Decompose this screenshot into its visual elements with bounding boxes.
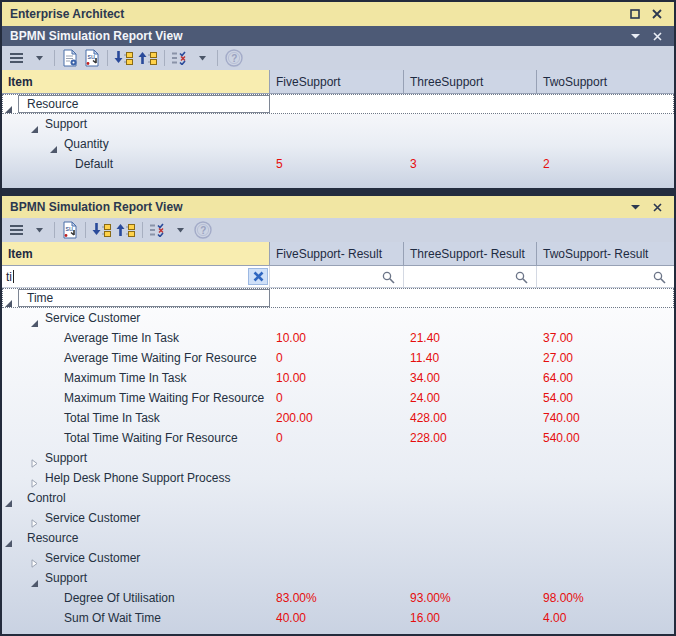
expand-all-icon[interactable] [114, 48, 134, 68]
tree-row-label: Default [75, 157, 113, 171]
tree-row-label: Support [45, 571, 87, 585]
twosupport-search-field[interactable] [537, 266, 674, 287]
clear-filter-icon[interactable] [248, 268, 268, 285]
tree-row[interactable]: Total Time In Task200.00428.00740.00 [2, 408, 674, 428]
help-icon[interactable]: ? [193, 220, 213, 240]
tree-row[interactable]: Sum Of Wait Time40.0016.004.00 [2, 608, 674, 628]
tree-item-cell: Support [2, 114, 270, 134]
close-icon[interactable] [646, 198, 668, 216]
tree-row[interactable]: Service Customer [2, 548, 674, 568]
field-chooser-icon[interactable] [171, 48, 189, 68]
threesupport-search-field[interactable] [404, 266, 537, 287]
panel-titlebar: BPMN Simulation Report View [2, 196, 674, 218]
tree-row-label: Service Customer [45, 551, 140, 565]
value-cell: 200.00 [270, 411, 404, 425]
value-cell: 16.00 [404, 611, 537, 625]
menu-icon[interactable] [8, 48, 26, 68]
column-header-item[interactable]: Item [2, 242, 270, 265]
expand-all-icon[interactable] [92, 220, 112, 240]
dropdown-caret-icon[interactable] [624, 198, 646, 216]
generate-report-icon[interactable] [61, 48, 79, 68]
help-icon[interactable]: ? [224, 48, 244, 68]
tree-row[interactable]: Time [2, 288, 674, 308]
value-cell: 540.00 [537, 431, 674, 445]
tree-row[interactable]: Control [2, 488, 674, 508]
item-filter-value: ti [2, 270, 12, 284]
tree-item-cell: Control [2, 488, 270, 508]
dropdown-caret-icon[interactable] [171, 220, 189, 240]
column-header-threesupport-result[interactable]: ThreeSupport- Result [404, 242, 537, 265]
tree-row[interactable]: Resource [2, 94, 674, 114]
value-cell: 428.00 [404, 411, 537, 425]
tree-row-label: Service Customer [45, 511, 140, 525]
export-result-icon[interactable]: su [61, 220, 79, 240]
tree-row-label: Resource [27, 97, 78, 111]
field-chooser-icon[interactable] [149, 220, 167, 240]
tree-item-cell: Support [2, 568, 270, 588]
tree-row[interactable]: Average Time Waiting For Resource011.402… [2, 348, 674, 368]
tree-row[interactable]: Service Customer [2, 508, 674, 528]
dropdown-caret-icon[interactable] [193, 48, 211, 68]
fivesupport-search-field[interactable] [270, 266, 404, 287]
tree-row[interactable]: Support [2, 448, 674, 468]
item-filter-input[interactable]: ti [2, 266, 270, 287]
tree-row[interactable]: Total Time Waiting For Resource0228.0054… [2, 428, 674, 448]
tree-row-label: Total Time Waiting For Resource [64, 431, 238, 445]
maximize-icon[interactable] [624, 5, 646, 23]
column-header-row: Item FiveSupport- Result ThreeSupport- R… [2, 242, 674, 266]
tree-item-cell: Average Time Waiting For Resource [2, 348, 270, 368]
panel-title: BPMN Simulation Report View [10, 200, 624, 214]
tree-row[interactable]: Resource [2, 528, 674, 548]
column-header-twosupport[interactable]: TwoSupport [537, 70, 674, 93]
dropdown-caret-icon[interactable] [624, 27, 646, 45]
tree-row-label: Support [45, 117, 87, 131]
export-result-icon[interactable]: su [83, 48, 101, 68]
tree-item-cell: Time [2, 288, 270, 308]
tree-row[interactable]: Degree Of Utilisation83.00%93.00%98.00% [2, 588, 674, 608]
tree-row-label: Help Desk Phone Support Process [45, 471, 230, 485]
search-icon [653, 270, 666, 288]
dropdown-caret-icon[interactable] [30, 48, 48, 68]
value-cell: 40.00 [270, 611, 404, 625]
report-panel-bottom: BPMN Simulation Report View su [2, 196, 674, 634]
tree-row[interactable]: Support [2, 114, 674, 134]
column-header-item[interactable]: Item [2, 70, 270, 93]
menu-icon[interactable] [8, 220, 26, 240]
tree-item-cell: Average Time In Task [2, 328, 270, 348]
column-header-twosupport-result[interactable]: TwoSupport- Result [537, 242, 674, 265]
tree-row[interactable]: Support [2, 568, 674, 588]
value-cell: 98.00% [537, 591, 674, 605]
tree-row[interactable]: Service Customer [2, 308, 674, 328]
tree-item-cell: Service Customer [2, 308, 270, 328]
collapse-all-icon[interactable] [138, 48, 158, 68]
tree-item-cell: Resource [2, 528, 270, 548]
tree-row-label: Quantity [64, 137, 109, 151]
tree-row[interactable]: Maximum Time Waiting For Resource024.005… [2, 388, 674, 408]
column-header-fivesupport-result[interactable]: FiveSupport- Result [270, 242, 404, 265]
value-cell: 2 [537, 157, 674, 171]
close-icon[interactable] [646, 5, 668, 23]
column-header-fivesupport[interactable]: FiveSupport [270, 70, 404, 93]
tree-row[interactable]: Quantity [2, 134, 674, 154]
tree-row[interactable]: Maximum Time In Task10.0034.0064.00 [2, 368, 674, 388]
tree-row[interactable]: Help Desk Phone Support Process [2, 468, 674, 488]
close-icon[interactable] [646, 27, 668, 45]
tree-item-cell: Total Time Waiting For Resource [2, 428, 270, 448]
panel-titlebar: BPMN Simulation Report View [2, 26, 674, 46]
value-cell: 4.00 [537, 611, 674, 625]
tree-item-cell: Maximum Time Waiting For Resource [2, 388, 270, 408]
panel-separator [2, 188, 674, 196]
toolbar-separator [54, 222, 55, 238]
column-header-threesupport[interactable]: ThreeSupport [404, 70, 537, 93]
tree-row[interactable]: Average Time In Task10.0021.4037.00 [2, 328, 674, 348]
tree-item-cell: Help Desk Phone Support Process [2, 468, 270, 488]
tree-row[interactable]: Default532 [2, 154, 674, 174]
toolbar-separator [142, 222, 143, 238]
tree-row-label: Control [27, 491, 66, 505]
tree-item-cell: Total Time In Task [2, 408, 270, 428]
collapse-all-icon[interactable] [116, 220, 136, 240]
tree-row-label: Total Time In Task [64, 411, 160, 425]
value-cell: 10.00 [270, 331, 404, 345]
value-cell: 3 [404, 157, 537, 171]
dropdown-caret-icon[interactable] [30, 220, 48, 240]
